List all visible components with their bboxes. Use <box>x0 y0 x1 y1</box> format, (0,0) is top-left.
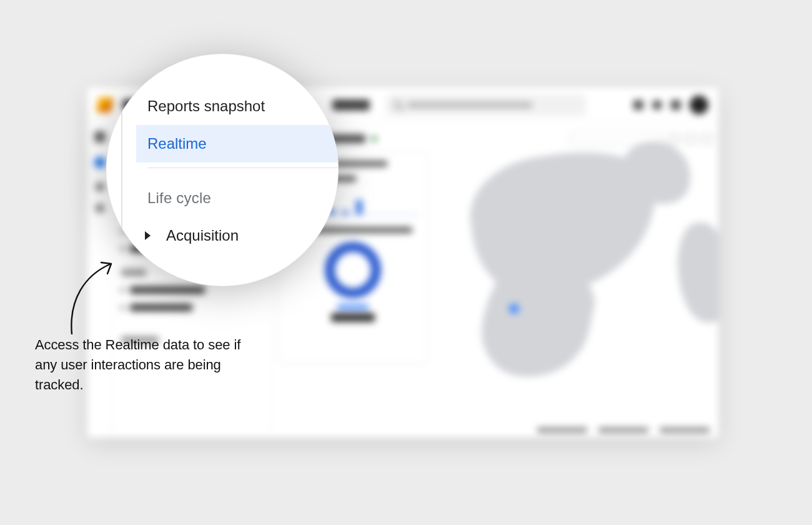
main-content <box>272 122 718 438</box>
donut-legend <box>337 304 369 309</box>
nav-acquisition-label: Acquisition <box>166 227 239 244</box>
realtime-map[interactable] <box>447 148 718 438</box>
avatar[interactable] <box>690 96 708 114</box>
grid-icon[interactable] <box>633 100 643 110</box>
rail-explore-icon[interactable] <box>96 182 104 191</box>
zoom-spotlight: Reports snapshot Realtime Life cycle Acq… <box>106 54 339 286</box>
nav-divider <box>147 168 339 168</box>
chevron-right-icon <box>145 231 151 240</box>
nav-reports-snapshot[interactable]: Reports snapshot <box>136 88 339 125</box>
footer-links <box>537 428 710 432</box>
nav-realtime[interactable]: Realtime <box>136 125 339 162</box>
search-input[interactable] <box>386 94 586 116</box>
search-placeholder <box>407 102 532 108</box>
callout-arrow-icon <box>62 256 131 338</box>
donut-percent <box>331 313 375 322</box>
rail-reports-icon[interactable] <box>92 155 107 170</box>
rail-advertising-icon[interactable] <box>96 204 104 212</box>
status-dot-icon <box>372 136 377 141</box>
map-marker-icon <box>509 304 519 314</box>
help-icon[interactable] <box>652 100 662 110</box>
rail-home-icon[interactable] <box>94 131 106 142</box>
customize-icon[interactable] <box>686 134 696 144</box>
share-icon[interactable] <box>702 134 712 144</box>
ga-logo-icon <box>96 98 113 112</box>
device-donut-chart <box>325 242 381 298</box>
compare-icon[interactable] <box>670 134 680 144</box>
kebab-icon[interactable] <box>671 100 681 110</box>
nav-section-life-cycle: Life cycle <box>136 179 339 217</box>
property-selector[interactable] <box>332 99 370 111</box>
search-icon <box>394 101 402 109</box>
callout-caption: Access the Realtime data to see if any u… <box>35 335 254 395</box>
